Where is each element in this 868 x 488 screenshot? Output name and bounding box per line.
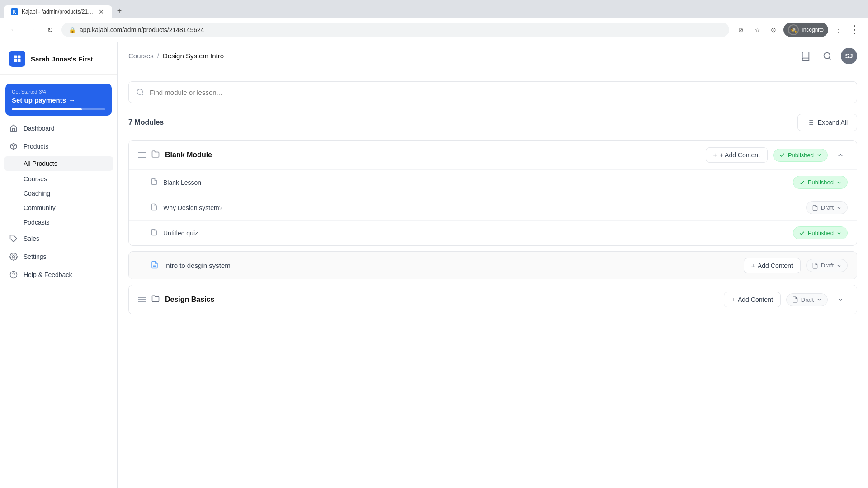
tab-title: Kajabi - /admin/products/21481... — [22, 9, 94, 15]
toolbar-actions: ⊘ ☆ ⊙ 🕵 Incognito ⋮ — [735, 23, 861, 37]
draft-doc-icon-basics — [792, 296, 798, 303]
home-icon — [9, 124, 18, 133]
tab-close-button[interactable]: ✕ — [98, 8, 105, 15]
top-header: Courses / Design System Intro SJ — [118, 42, 868, 70]
svg-rect-3 — [18, 59, 21, 62]
sidebar-item-label-products: Products — [24, 143, 48, 150]
extensions-icon[interactable]: ⋮ — [832, 23, 844, 36]
status-badge-blank-module[interactable]: Published — [773, 149, 828, 162]
sidebar-item-podcasts[interactable]: Podcasts — [0, 215, 117, 230]
drag-handle-design-basics[interactable] — [138, 297, 146, 302]
draft-doc-icon-intro — [812, 263, 818, 269]
sub-module-title-intro: Intro to desgin system — [164, 262, 738, 269]
lesson-doc-icon-why-design — [151, 203, 158, 212]
sidebar-item-sales[interactable]: Sales — [0, 230, 117, 248]
progress-bar — [12, 108, 105, 110]
status-badge-intro[interactable]: Draft — [806, 259, 848, 272]
module-title-blank-module: Blank Module — [165, 151, 700, 159]
sidebar: Sarah Jonas's First Get Started 3/4 Set … — [0, 42, 118, 488]
header-actions: SJ — [797, 48, 857, 64]
chevron-up-icon — [837, 151, 844, 159]
sidebar-header: Sarah Jonas's First — [0, 42, 117, 75]
browser-chrome: K Kajabi - /admin/products/21481... ✕ + … — [0, 0, 868, 42]
get-started-label: Get Started 3/4 — [12, 89, 105, 94]
user-avatar[interactable]: SJ — [841, 48, 857, 64]
add-content-button-intro[interactable]: + Add Content — [744, 258, 801, 273]
breadcrumb: Courses / Design System Intro — [128, 52, 224, 60]
screen-share-icon[interactable]: ⊘ — [735, 23, 747, 36]
lesson-row-untitled-quiz[interactable]: Untitled quiz Published — [129, 220, 857, 245]
collapse-button-blank-module[interactable] — [833, 148, 848, 162]
lesson-row-why-design[interactable]: Why Design system? Draft — [129, 195, 857, 220]
sidebar-item-coaching[interactable]: Coaching — [0, 186, 117, 201]
new-tab-button[interactable]: + — [113, 5, 126, 17]
sidebar-item-community[interactable]: Community — [0, 201, 117, 215]
sidebar-item-all-products[interactable]: All Products — [4, 156, 113, 171]
expand-button-design-basics[interactable] — [833, 292, 848, 307]
expand-all-icon — [807, 119, 814, 126]
status-badge-why-design[interactable]: Draft — [806, 201, 848, 214]
active-tab[interactable]: K Kajabi - /admin/products/21481... ✕ — [4, 5, 112, 18]
sidebar-item-products[interactable]: Products — [0, 137, 117, 155]
sidebar-item-dashboard[interactable]: Dashboard — [0, 119, 117, 137]
incognito-button[interactable]: 🕵 Incognito — [783, 23, 828, 37]
check-icon — [779, 152, 785, 158]
main-content: Courses / Design System Intro SJ — [118, 42, 868, 488]
draft-doc-icon — [812, 205, 818, 211]
bookmark-icon[interactable]: ☆ — [751, 23, 764, 36]
sidebar-item-label-dashboard: Dashboard — [24, 125, 55, 132]
chrome-menu-button[interactable] — [848, 23, 861, 36]
search-bar-icon — [136, 88, 144, 96]
add-content-button-design-basics[interactable]: + Add Content — [724, 292, 781, 307]
lesson-row-blank-lesson[interactable]: Blank Lesson Published — [129, 169, 857, 195]
incognito-label: Incognito — [802, 27, 824, 33]
progress-fill — [12, 108, 82, 110]
get-started-title: Set up payments → — [12, 96, 105, 104]
svg-point-9 — [824, 52, 830, 58]
search-icon-button[interactable] — [819, 48, 835, 64]
lesson-title-untitled-quiz: Untitled quiz — [163, 230, 788, 237]
book-icon-button[interactable] — [797, 48, 814, 64]
box-icon — [9, 142, 18, 151]
sidebar-scroll: Get Started 3/4 Set up payments → Dashbo… — [0, 75, 117, 488]
sidebar-item-settings[interactable]: Settings — [0, 248, 117, 266]
module-design-basics: Design Basics + Add Content Draft — [128, 285, 857, 314]
url-text: app.kajabi.com/admin/products/2148145624 — [80, 26, 204, 33]
get-started-card[interactable]: Get Started 3/4 Set up payments → — [5, 84, 112, 116]
question-icon — [9, 270, 18, 279]
status-badge-blank-lesson[interactable]: Published — [793, 176, 848, 189]
module-header-blank-module: Blank Module + + Add Content Published — [129, 141, 857, 169]
sub-module-row-intro[interactable]: Intro to desgin system + Add Content Dra… — [129, 252, 857, 279]
svg-line-12 — [142, 94, 143, 95]
browser-toolbar: ← → ↻ 🔒 app.kajabi.com/admin/products/21… — [0, 18, 868, 42]
lock-icon: 🔒 — [69, 27, 76, 33]
back-button[interactable]: ← — [7, 23, 20, 36]
expand-all-button[interactable]: Expand All — [797, 114, 857, 131]
sidebar-brand: Sarah Jonas's First — [31, 55, 93, 63]
status-badge-design-basics[interactable]: Draft — [786, 293, 828, 306]
sidebar-item-courses[interactable]: Courses — [0, 172, 117, 186]
sidebar-item-help[interactable]: Help & Feedback — [0, 266, 117, 284]
lesson-doc-icon — [151, 178, 158, 187]
search-bar[interactable] — [128, 81, 857, 103]
lesson-doc-icon-quiz — [151, 229, 158, 238]
browser-tabs: K Kajabi - /admin/products/21481... ✕ + — [0, 0, 868, 18]
breadcrumb-courses-link[interactable]: Courses — [128, 52, 154, 60]
refresh-button[interactable]: ↻ — [43, 23, 56, 36]
add-content-button-blank-module[interactable]: + + Add Content — [706, 147, 768, 163]
sub-module-icon-intro — [151, 261, 159, 271]
forward-button[interactable]: → — [25, 23, 38, 36]
chevron-down-icon-basics — [816, 297, 822, 302]
profile-icon[interactable]: ⊙ — [767, 23, 780, 36]
chevron-down-btn-icon — [837, 296, 844, 303]
products-sub-nav: All Products Courses Coaching Community … — [0, 156, 117, 230]
modules-count-number: 7 — [128, 118, 132, 126]
content-area: 7 Modules Expand All Blank Modu — [118, 70, 868, 488]
address-bar[interactable]: 🔒 app.kajabi.com/admin/products/21481456… — [61, 23, 729, 37]
svg-point-6 — [13, 256, 15, 258]
check-icon-quiz — [799, 230, 805, 236]
search-input[interactable] — [150, 89, 849, 96]
svg-rect-2 — [14, 59, 17, 62]
drag-handle[interactable] — [138, 152, 146, 158]
status-badge-untitled-quiz[interactable]: Published — [793, 226, 848, 239]
